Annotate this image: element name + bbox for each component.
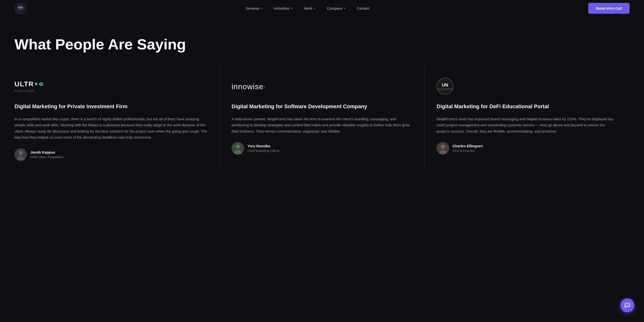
author-avatar-3 [436,142,449,154]
testimonial-author-1: Jacob Kappus CMO Ultron Foundation [14,148,208,161]
ultron-signal-icon: N [35,81,44,87]
author-name-2: Yury Rasolka [248,144,280,148]
chat-icon [624,302,630,309]
svg-point-18 [441,145,445,149]
svg-point-21 [444,147,444,147]
book-intro-call-button[interactable]: Book Intro Call [588,3,630,14]
ultron-subtitle: Future of DeFi [14,89,44,92]
svg-rect-2 [18,7,23,9]
author-job-title-2: Chief Marketing Officer [248,149,280,153]
chevron-down-icon: ▾ [344,7,346,10]
svg-point-10 [19,153,20,154]
logo[interactable] [14,2,26,14]
svg-point-8 [18,151,23,155]
author-job-title-1: CMO Ultron Foundation [30,155,64,159]
author-name-1: Jacob Kappus [30,150,64,154]
testimonial-title-1: Digital Marketing for Private Investment… [14,103,208,110]
testimonial-unity: UN UNITY NETWORK Digital Marketing for D… [424,67,630,170]
svg-point-20 [442,147,442,147]
avatar-placeholder-3 [436,142,449,154]
svg-point-16 [239,147,240,147]
chevron-down-icon: ▾ [314,7,315,10]
innowise-dot: · [264,81,266,91]
svg-point-15 [236,147,237,147]
nav-company[interactable]: Company ▾ [322,4,350,13]
author-name-3: Charles Ellingsen [452,144,483,148]
testimonial-ultron: ULTR N Future of DeFi Digital Mar [14,67,220,170]
avatar-placeholder-1 [14,148,27,161]
innowise-logo: innowise · [232,81,266,91]
testimonial-innowise: innowise · Digital Marketing for Softwar… [220,67,424,170]
innowise-logo-area: innowise · [232,77,412,96]
ultron-text: ULTR [14,80,34,88]
testimonial-title-2: Digital Marketing for Software Developme… [232,103,412,110]
svg-text:N: N [35,82,38,86]
author-avatar-2 [232,142,244,154]
testimonials-grid: ULTR N Future of DeFi Digital Mar [14,67,630,170]
nav-industries[interactable]: Industries ▾ [269,4,298,13]
testimonial-body-3: NinjaPromo's work has improved brand mes… [436,116,618,134]
chat-button[interactable] [620,298,634,312]
svg-point-5 [38,84,40,85]
author-job-title-3: CEO & Founder [452,149,483,153]
chevron-down-icon: ▾ [291,7,292,10]
svg-point-11 [22,153,23,154]
avatar-placeholder-2 [232,142,244,154]
nav-menu: Services ▾ Industries ▾ Work ▾ Company ▾… [241,4,374,13]
unity-network-logo: UN UNITY NETWORK [436,78,454,95]
main-content: What People Are Saying ULTR N [0,17,644,185]
author-info-3: Charles Ellingsen CEO & Founder [452,144,483,153]
chevron-down-icon: ▾ [261,7,262,10]
nav-contact[interactable]: Contact [352,4,374,13]
unity-logo-area: UN UNITY NETWORK [436,77,618,96]
author-avatar-1 [14,148,27,161]
nav-services[interactable]: Services ▾ [241,4,267,13]
ultron-logo-area: ULTR N Future of DeFi [14,77,208,96]
section-title: What People Are Saying [14,36,630,52]
svg-point-4 [21,7,22,8]
innowise-text: innowise [232,82,264,91]
unity-network-text: UNITY NETWORK [437,88,453,90]
svg-point-13 [236,145,240,149]
testimonial-author-3: Charles Ellingsen CEO & Founder [436,142,618,154]
author-info-2: Yury Rasolka Chief Marketing Officer [248,144,280,153]
testimonial-body-2: A data-driven partner, NinjaPromo has ta… [232,116,412,134]
nav-work[interactable]: Work ▾ [299,4,320,13]
author-info-1: Jacob Kappus CMO Ultron Foundation [30,150,64,159]
testimonial-author-2: Yury Rasolka Chief Marketing Officer [232,142,412,154]
navbar: Services ▾ Industries ▾ Work ▾ Company ▾… [0,0,644,17]
svg-point-3 [19,7,20,8]
testimonial-title-3: Digital Marketing for DeFi Educational P… [436,103,618,110]
testimonial-body-1: In a competitive market like crypto, the… [14,116,208,140]
unity-un-text: UN [442,83,448,88]
ultron-logo: ULTR N Future of DeFi [14,80,44,92]
